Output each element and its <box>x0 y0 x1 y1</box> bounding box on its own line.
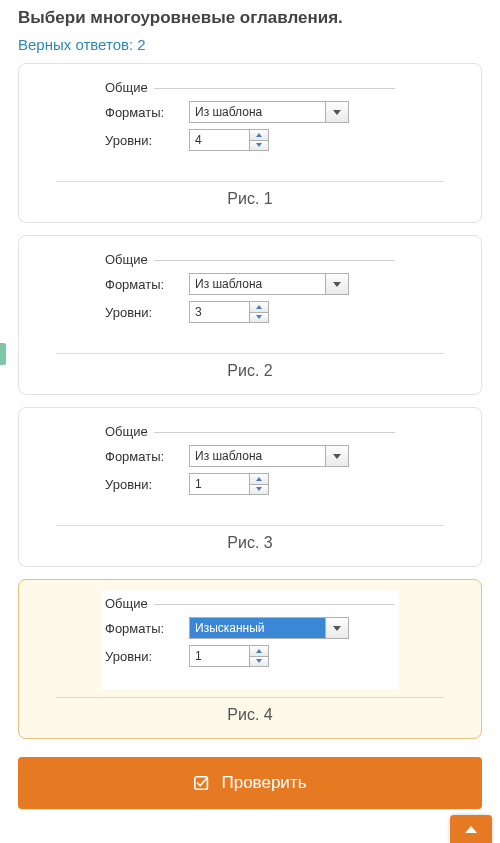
spinner-up-icon[interactable] <box>250 302 268 313</box>
divider <box>56 525 445 526</box>
levels-label: Уровни: <box>105 477 189 492</box>
chevron-up-icon <box>465 826 477 833</box>
formats-value: Из шаблона <box>190 102 325 122</box>
formats-label: Форматы: <box>105 621 189 636</box>
group-label: Общие <box>105 424 154 439</box>
formats-dropdown[interactable]: Изысканный <box>189 617 349 639</box>
check-button[interactable]: Проверить <box>18 757 482 809</box>
group-divider <box>154 260 395 261</box>
toc-settings-panel: Общие Форматы: Из шаблона Уровни: 1 <box>101 418 399 517</box>
divider <box>56 181 445 182</box>
formats-value: Из шаблона <box>190 274 325 294</box>
chevron-down-icon[interactable] <box>325 102 348 122</box>
scroll-to-top-button[interactable] <box>450 815 492 843</box>
answer-option-2[interactable]: Общие Форматы: Из шаблона Уровни: 3 <box>18 235 482 395</box>
levels-value: 1 <box>190 474 249 494</box>
levels-value: 4 <box>190 130 249 150</box>
formats-dropdown[interactable]: Из шаблона <box>189 101 349 123</box>
levels-label: Уровни: <box>105 305 189 320</box>
formats-dropdown[interactable]: Из шаблона <box>189 445 349 467</box>
spinner-down-icon[interactable] <box>250 313 268 323</box>
formats-label: Форматы: <box>105 105 189 120</box>
chevron-down-icon[interactable] <box>325 274 348 294</box>
check-button-label: Проверить <box>221 773 306 793</box>
spinner-down-icon[interactable] <box>250 141 268 151</box>
divider <box>56 697 445 698</box>
group-divider <box>154 604 395 605</box>
levels-spinner[interactable]: 4 <box>189 129 269 151</box>
question-title: Выбери многоуровневые оглавления. <box>18 8 482 28</box>
formats-label: Форматы: <box>105 449 189 464</box>
group-label: Общие <box>105 80 154 95</box>
figure-caption: Рис. 2 <box>29 362 471 380</box>
figure-caption: Рис. 4 <box>29 706 471 724</box>
group-divider <box>154 432 395 433</box>
figure-caption: Рис. 1 <box>29 190 471 208</box>
group-divider <box>154 88 395 89</box>
chevron-down-icon[interactable] <box>325 618 348 638</box>
levels-spinner[interactable]: 1 <box>189 473 269 495</box>
spinner-down-icon[interactable] <box>250 657 268 667</box>
group-label: Общие <box>105 596 154 611</box>
formats-value: Изысканный <box>190 618 325 638</box>
toc-settings-panel: Общие Форматы: Из шаблона Уровни: 4 <box>101 74 399 173</box>
levels-value: 1 <box>190 646 249 666</box>
answer-option-1[interactable]: Общие Форматы: Из шаблона Уровни: 4 <box>18 63 482 223</box>
toc-settings-panel: Общие Форматы: Изысканный Уровни: 1 <box>101 590 399 689</box>
spinner-up-icon[interactable] <box>250 474 268 485</box>
correct-answers-count: Верных ответов: 2 <box>18 36 482 53</box>
side-accent-mark <box>0 343 6 365</box>
checkbox-check-icon <box>193 774 211 792</box>
levels-label: Уровни: <box>105 133 189 148</box>
chevron-down-icon[interactable] <box>325 446 348 466</box>
figure-caption: Рис. 3 <box>29 534 471 552</box>
answer-option-3[interactable]: Общие Форматы: Из шаблона Уровни: 1 <box>18 407 482 567</box>
spinner-up-icon[interactable] <box>250 130 268 141</box>
spinner-up-icon[interactable] <box>250 646 268 657</box>
answer-option-4[interactable]: Общие Форматы: Изысканный Уровни: 1 <box>18 579 482 739</box>
levels-spinner[interactable]: 1 <box>189 645 269 667</box>
levels-label: Уровни: <box>105 649 189 664</box>
formats-label: Форматы: <box>105 277 189 292</box>
toc-settings-panel: Общие Форматы: Из шаблона Уровни: 3 <box>101 246 399 345</box>
spinner-down-icon[interactable] <box>250 485 268 495</box>
levels-value: 3 <box>190 302 249 322</box>
formats-dropdown[interactable]: Из шаблона <box>189 273 349 295</box>
divider <box>56 353 445 354</box>
levels-spinner[interactable]: 3 <box>189 301 269 323</box>
group-label: Общие <box>105 252 154 267</box>
formats-value: Из шаблона <box>190 446 325 466</box>
